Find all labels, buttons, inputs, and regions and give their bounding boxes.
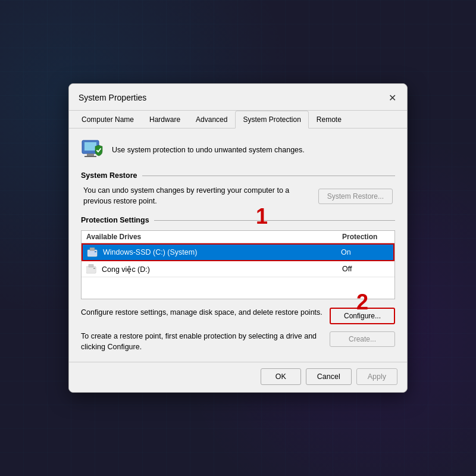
- configure-section: Configure restore settings, manage disk …: [81, 308, 395, 352]
- drive-name-d: Cong việc (D:): [102, 265, 342, 274]
- dialog-title: System Properties: [79, 93, 146, 102]
- drive-row-d[interactable]: Cong việc (D:) Off: [82, 261, 394, 277]
- configure-description: Configure restore settings, manage disk …: [81, 308, 322, 318]
- create-description: To create a restore point, first enable …: [81, 331, 322, 352]
- svg-rect-11: [89, 264, 93, 267]
- drive-name-c: Windows-SSD (C:) (System): [103, 248, 341, 256]
- drives-empty-space: [82, 277, 394, 299]
- system-restore-section: System Restore You can undo system chang…: [81, 171, 395, 206]
- system-protection-icon: [81, 138, 105, 162]
- title-bar: System Properties ✕: [69, 84, 407, 111]
- drives-table: Available Drives Protection Windows-SSD …: [81, 230, 395, 299]
- drive-protection-d: Off: [342, 265, 390, 273]
- create-row: To create a restore point, first enable …: [81, 331, 395, 352]
- svg-rect-1: [84, 142, 96, 151]
- create-button[interactable]: Create...: [330, 331, 395, 347]
- tab-advanced[interactable]: Advanced: [188, 111, 235, 129]
- col-protection: Protection: [342, 233, 390, 241]
- system-restore-label: System Restore: [81, 171, 395, 180]
- drive-row-c[interactable]: Windows-SSD (C:) (System) On: [82, 243, 394, 261]
- svg-rect-3: [84, 156, 96, 157]
- svg-rect-7: [90, 248, 95, 250]
- protection-settings-label: Protection Settings: [81, 216, 395, 224]
- configure-row: Configure restore settings, manage disk …: [81, 308, 395, 324]
- tab-hardware[interactable]: Hardware: [142, 111, 188, 129]
- tab-remote[interactable]: Remote: [309, 111, 349, 129]
- configure-btn-wrapper: 2 Configure...: [330, 308, 395, 324]
- header-description-text: Use system protection to undo unwanted s…: [112, 146, 305, 154]
- svg-rect-10: [93, 268, 95, 269]
- drive-protection-c: On: [341, 248, 389, 256]
- cancel-button[interactable]: Cancel: [306, 368, 352, 385]
- col-available-drives: Available Drives: [86, 233, 342, 241]
- system-properties-dialog: System Properties ✕ Computer Name Hardwa…: [68, 83, 408, 393]
- tab-system-protection[interactable]: System Protection: [235, 111, 308, 129]
- protection-settings-section: Protection Settings Available Drives Pro…: [81, 216, 395, 299]
- configure-button[interactable]: Configure...: [330, 308, 395, 324]
- tab-bar: Computer Name Hardware Advanced System P…: [69, 111, 407, 129]
- restore-description: You can undo system changes by reverting…: [83, 186, 311, 206]
- drive-icon-c: [87, 248, 99, 257]
- drive-icon-d: [86, 264, 98, 274]
- close-button[interactable]: ✕: [384, 90, 400, 105]
- header-description: Use system protection to undo unwanted s…: [81, 138, 395, 162]
- content-area: Use system protection to undo unwanted s…: [69, 129, 407, 362]
- tab-computer-name[interactable]: Computer Name: [74, 111, 142, 129]
- system-restore-button[interactable]: System Restore...: [318, 189, 393, 204]
- apply-button[interactable]: Apply: [356, 368, 397, 385]
- ok-button[interactable]: OK: [261, 368, 301, 385]
- svg-rect-6: [95, 251, 96, 252]
- drives-table-header: Available Drives Protection: [82, 231, 394, 243]
- svg-rect-2: [87, 154, 94, 156]
- bottom-bar: OK Cancel Apply: [69, 362, 407, 392]
- restore-row: You can undo system changes by reverting…: [81, 186, 395, 206]
